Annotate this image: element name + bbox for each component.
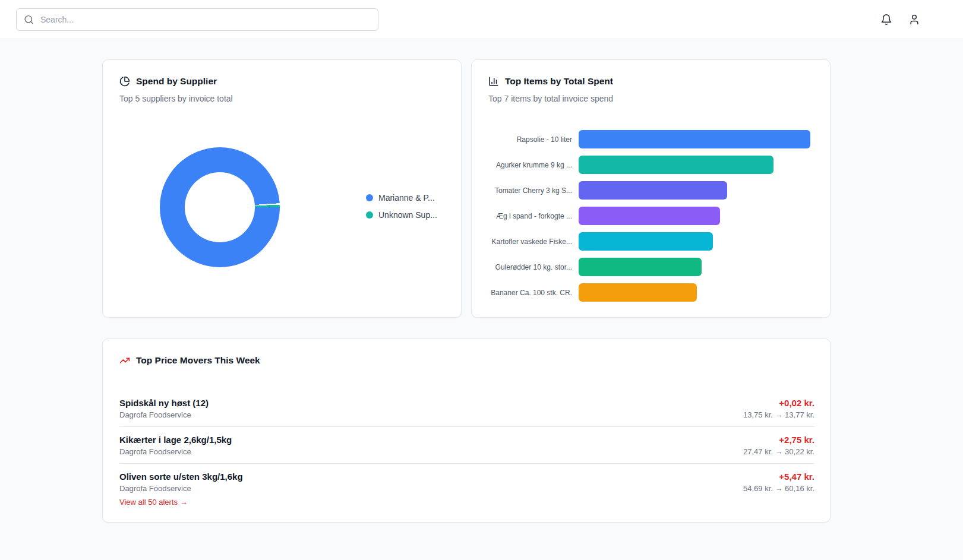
legend-label: Marianne & P... xyxy=(378,193,435,203)
price-mover-row[interactable]: Oliven sorte u/sten 3kg/1,6kgDagrofa Foo… xyxy=(119,464,814,500)
mover-price-range: 54,69 kr. → 60,16 kr. xyxy=(743,484,814,493)
price-mover-row[interactable]: Spidskål ny høst (12)Dagrofa Foodservice… xyxy=(119,390,814,427)
bar-label: Tomater Cherry 3 kg S... xyxy=(488,186,572,195)
mover-info: Spidskål ny høst (12)Dagrofa Foodservice xyxy=(119,398,209,419)
mover-prices: +0,02 kr.13,75 kr. → 13,77 kr. xyxy=(743,398,814,419)
topbar-actions xyxy=(880,14,963,26)
search-container xyxy=(16,8,378,31)
user-icon xyxy=(908,14,920,26)
bar[interactable] xyxy=(579,207,720,225)
top-items-card: Top Items by Total Spent Top 7 items by … xyxy=(471,59,831,318)
card-header: Spend by Supplier xyxy=(103,60,461,87)
bell-icon xyxy=(880,14,892,26)
bar-label: Rapsolie - 10 liter xyxy=(488,135,572,144)
mover-price-range: 27,47 kr. → 30,22 kr. xyxy=(743,447,814,456)
bar-chart: Rapsolie - 10 literAgurker krumme 9 kg .… xyxy=(488,130,810,309)
bar[interactable] xyxy=(579,232,713,251)
legend-dot xyxy=(366,194,373,201)
topbar xyxy=(0,0,963,39)
bar[interactable] xyxy=(579,156,773,174)
bar-track xyxy=(579,232,810,251)
mover-name: Spidskål ny høst (12) xyxy=(119,398,209,408)
bar-label: Æg i spand - forkogte ... xyxy=(488,212,572,220)
mover-info: Oliven sorte u/sten 3kg/1,6kgDagrofa Foo… xyxy=(119,472,243,493)
price-movers-card: Top Price Movers This Week Spidskål ny h… xyxy=(102,338,831,523)
bar[interactable] xyxy=(579,283,697,302)
bar-label: Kartofler vaskede Fiske... xyxy=(488,238,572,246)
legend-item[interactable]: Marianne & P... xyxy=(366,193,437,203)
bar-row: Tomater Cherry 3 kg S... xyxy=(488,181,810,200)
card-header: Top Price Movers This Week xyxy=(103,339,830,366)
bar-row: Kartofler vaskede Fiske... xyxy=(488,232,810,251)
bar-row: Agurker krumme 9 kg ... xyxy=(488,156,810,174)
bar-row: Rapsolie - 10 liter xyxy=(488,130,810,148)
card-title: Top Price Movers This Week xyxy=(136,355,260,366)
bar-track xyxy=(579,258,810,276)
bar[interactable] xyxy=(579,181,727,200)
bar-label: Bananer Ca. 100 stk. CR. xyxy=(488,289,572,297)
donut-chart[interactable] xyxy=(160,147,280,267)
mover-supplier: Dagrofa Foodservice xyxy=(119,447,232,456)
pie-chart-icon xyxy=(119,76,130,87)
mover-supplier: Dagrofa Foodservice xyxy=(119,410,209,419)
notifications-button[interactable] xyxy=(880,14,892,26)
search-icon xyxy=(24,14,34,24)
donut-legend: Marianne & P... Unknown Sup... xyxy=(366,193,437,227)
card-subtitle: Top 5 suppliers by invoice total xyxy=(103,87,461,103)
bar-track xyxy=(579,181,810,200)
bar-track xyxy=(579,207,810,225)
card-header: Top Items by Total Spent xyxy=(472,60,830,87)
trending-up-icon xyxy=(119,355,130,366)
card-title: Spend by Supplier xyxy=(136,76,217,87)
mover-delta: +2,75 kr. xyxy=(743,435,814,445)
price-movers-list: Spidskål ny høst (12)Dagrofa Foodservice… xyxy=(119,390,814,500)
bar-label: Gulerødder 10 kg. stor... xyxy=(488,263,572,271)
mover-prices: +2,75 kr.27,47 kr. → 30,22 kr. xyxy=(743,435,814,456)
legend-item[interactable]: Unknown Sup... xyxy=(366,210,437,220)
bar-row: Æg i spand - forkogte ... xyxy=(488,207,810,225)
profile-button[interactable] xyxy=(908,14,920,26)
mover-supplier: Dagrofa Foodservice xyxy=(119,484,243,493)
bar-row: Bananer Ca. 100 stk. CR. xyxy=(488,283,810,302)
search-input[interactable] xyxy=(16,8,378,31)
mover-info: Kikærter i lage 2,6kg/1,5kgDagrofa Foods… xyxy=(119,435,232,456)
card-title: Top Items by Total Spent xyxy=(505,76,613,87)
bar-row: Gulerødder 10 kg. stor... xyxy=(488,258,810,276)
bar-track xyxy=(579,156,810,174)
view-all-alerts-link[interactable]: View all 50 alerts → xyxy=(119,498,188,507)
mover-name: Oliven sorte u/sten 3kg/1,6kg xyxy=(119,472,243,482)
bar[interactable] xyxy=(579,130,810,148)
mover-prices: +5,47 kr.54,69 kr. → 60,16 kr. xyxy=(743,472,814,493)
bar-chart-icon xyxy=(488,76,499,87)
bar-label: Agurker krumme 9 kg ... xyxy=(488,161,572,169)
bar-track xyxy=(579,283,810,302)
mover-delta: +5,47 kr. xyxy=(743,472,814,482)
spend-by-supplier-card: Spend by Supplier Top 5 suppliers by inv… xyxy=(102,59,462,318)
card-subtitle: Top 7 items by total invoice spend xyxy=(472,87,830,103)
mover-name: Kikærter i lage 2,6kg/1,5kg xyxy=(119,435,232,445)
legend-dot xyxy=(366,211,373,219)
mover-delta: +0,02 kr. xyxy=(743,398,814,408)
mover-price-range: 13,75 kr. → 13,77 kr. xyxy=(743,410,814,419)
price-mover-row[interactable]: Kikærter i lage 2,6kg/1,5kgDagrofa Foods… xyxy=(119,427,814,464)
legend-label: Unknown Sup... xyxy=(378,210,437,220)
bar-track xyxy=(579,130,810,148)
bar[interactable] xyxy=(579,258,702,276)
